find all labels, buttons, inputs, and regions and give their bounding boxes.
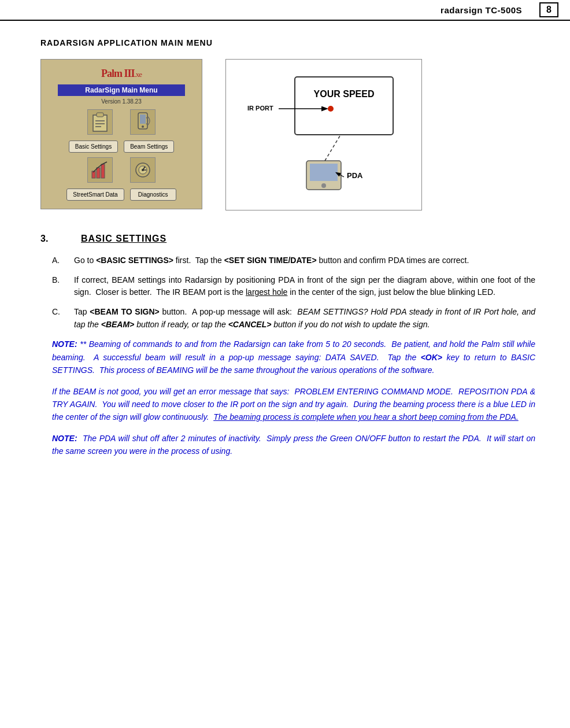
tag-basic-settings: <BASIC SETTINGS> [96,256,173,265]
pda-button-row1: Basic Settings Beam Settings [69,141,174,153]
icon-streetsmart [87,157,113,183]
svg-point-20 [328,106,334,112]
svg-rect-1 [97,113,103,117]
svg-rect-9 [97,168,100,178]
note1-label: NOTE: [52,339,77,349]
diagnostics-button: Diagnostics [130,189,176,201]
image-row: Palm III.xe RadarSign Main Menu Version … [40,59,535,210]
note1-text: ** Beaming of commands to and from the R… [52,339,535,375]
ir-diagram-svg: YOUR SPEED IR PORT PDA [237,71,410,198]
tag-beam: <BEAM> [101,320,135,329]
list-item-c: C. Tap <BEAM TO SIGN> button. A pop-up m… [52,306,535,331]
basic-settings-button: Basic Settings [69,141,118,153]
note2-label: NOTE: [52,434,77,443]
version-text: Version 1.38.23 [101,98,142,105]
svg-text:YOUR SPEED: YOUR SPEED [314,89,375,99]
section3-title: BASIC SETTINGS [81,234,166,244]
beam-settings-button: Beam Settings [124,141,174,153]
svg-rect-16 [295,77,393,135]
list-text-b: If correct, BEAM settings into Radarsign… [74,274,535,299]
page-header: radarsign TC-500S 8 [0,0,570,21]
pda-button-row2: StreetSmart Data Diagnostics [66,189,176,201]
svg-point-23 [321,183,326,188]
largest-hole-text: largest hole [246,287,287,297]
palm-logo: Palm III.xe [101,68,142,80]
error-text: If the BEAM is not good, you will get an… [52,387,535,422]
palm-logo-suffix: .xe [134,70,142,79]
note1-block: NOTE: ** Beaming of commands to and from… [52,338,535,376]
svg-rect-6 [140,114,146,124]
tag-set-sign-time: <SET SIGN TIME/DATE> [224,256,317,265]
pda-screenshot: Palm III.xe RadarSign Main Menu Version … [40,59,202,209]
svg-rect-0 [93,115,107,131]
beaming-complete-text: The beaming process is complete when you… [213,412,519,422]
icon-row2 [87,157,156,183]
icon-beam [130,109,156,135]
section3-header: 3. BASIC SETTINGS [40,234,535,244]
svg-rect-22 [310,164,338,181]
list-letter-c: C. [52,306,65,331]
section3-number: 3. [40,234,64,244]
svg-line-24 [325,136,340,161]
icon-diagnostics [130,157,156,183]
list-text-c: Tap <BEAM TO SIGN> button. A pop-up mess… [74,306,535,331]
list-item-a: A. Go to <BASIC SETTINGS> first. Tap the… [52,254,535,267]
page-number: 8 [539,2,558,17]
tag-beam-to-sign: <BEAM TO SIGN> [90,307,159,316]
icon-row [87,109,156,135]
section3-list: A. Go to <BASIC SETTINGS> first. Tap the… [52,254,535,331]
icon-basic [87,109,113,135]
svg-point-7 [142,125,144,128]
note2-block: NOTE: The PDA will shut off after 2 minu… [52,432,535,458]
svg-text:IR PORT: IR PORT [247,105,273,112]
svg-rect-10 [101,164,105,178]
svg-point-15 [142,169,144,171]
streetsmart-button: StreetSmart Data [66,189,124,201]
note1-ok-tag: <OK> [421,353,442,362]
ir-diagram: YOUR SPEED IR PORT PDA [225,59,422,210]
list-letter-a: A. [52,254,65,267]
error-block: If the BEAM is not good, you will get an… [52,385,535,424]
list-item-b: B. If correct, BEAM settings into Radars… [52,274,535,299]
main-content: RADARSIGN APPLICATION MAIN MENU Palm III… [0,21,570,483]
list-text-a: Go to <BASIC SETTINGS> first. Tap the <S… [74,254,535,267]
radarsign-app-heading: RADARSIGN APPLICATION MAIN MENU [40,38,535,47]
note2-text: The PDA will shut off after 2 minutes of… [52,434,535,456]
radarsign-menu-bar: RadarSign Main Menu [58,84,185,96]
tag-cancel: <CANCEL> [228,320,272,329]
svg-text:PDA: PDA [347,171,363,180]
list-letter-b: B. [52,274,65,299]
document-title: radarsign TC-500S [441,5,522,15]
